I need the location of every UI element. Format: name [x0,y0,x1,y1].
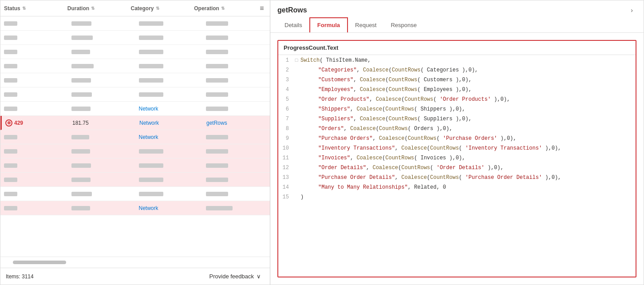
line-number: 1 [278,57,292,63]
cell-category [135,161,203,170]
cell-operation [202,90,270,99]
code-text: "Order Products", Coalesce(CountRows( 'O… [318,96,510,103]
col-header-duration[interactable]: Duration ⇅ [64,4,127,13]
code-line-7: 7 "Suppliers", Coalesce(CountRows( Suppl… [278,115,636,125]
line-number: 12 [278,165,292,171]
table-row[interactable] [0,16,270,31]
cell-category [135,33,203,42]
table-row[interactable] [0,59,270,73]
cell-duration [68,147,135,156]
tab-request[interactable]: Request [348,18,383,33]
cell-category: Network [135,133,203,142]
cell-duration [68,62,135,71]
cell-operation [202,33,270,42]
table-row[interactable] [0,45,270,59]
cell-category: Network [136,119,203,127]
line-number: 11 [278,155,292,161]
cell-status [0,104,68,113]
cell-operation [202,19,270,28]
code-line-8: 8 "Orders", Coalesce(CountRows( Orders )… [278,125,636,135]
code-text: "Categories", Coalesce(CountRows( Catego… [318,67,478,73]
code-text: "Orders", Coalesce(CountRows( Orders ),0… [318,126,452,132]
col-header-status[interactable]: Status ⇅ [0,4,64,13]
col-menu-icon[interactable]: ≡ [254,4,270,12]
cell-category [135,175,203,184]
line-number: 10 [278,145,292,151]
line-number: 13 [278,174,292,181]
tab-response[interactable]: Response [383,18,424,33]
collapse-icon[interactable]: □ [292,57,300,63]
cell-category [135,190,203,198]
col-header-category[interactable]: Category ⇅ [127,4,191,13]
h-scrollbar-thumb[interactable] [13,261,66,264]
table-row[interactable] [0,31,270,45]
cell-status [0,190,68,198]
cell-duration [68,76,135,85]
table-row[interactable] [0,173,270,187]
table-body: Network ⊗ 429 181.75 Network getRows Net… [0,16,270,257]
code-text: "Many to Many Relationships", Related, 0 [318,184,446,190]
code-text: "Suppliers", Coalesce(CountRows( Supplie… [318,116,472,122]
table-row[interactable] [0,87,270,102]
table-row[interactable] [0,73,270,87]
cell-operation [202,175,270,184]
cell-duration [68,161,135,170]
code-line-1: 1 □ Switch( ThisItem.Name, [278,57,636,67]
cell-duration [68,190,135,198]
code-text: "Purchase Orders", Coalesce(CountRows( '… [318,135,517,142]
line-number: 8 [278,126,292,132]
cell-status-error: ⊗ 429 [2,118,69,128]
cell-operation [202,62,270,71]
code-text: "Shippers", Coalesce(CountRows( Shippers… [318,106,465,112]
line-number: 4 [278,87,292,93]
tab-details[interactable]: Details [277,18,309,33]
cell-status [0,175,68,184]
cell-status [0,147,68,156]
code-line-14: 14 "Many to Many Relationships", Related… [278,184,636,194]
sort-icon-status: ⇅ [22,6,26,11]
sort-icon-duration: ⇅ [91,6,95,11]
cell-category: Network [135,104,203,113]
panel-title: getRows [277,6,307,14]
line-number: 15 [278,194,292,200]
table-footer: Items: 3114 Provide feedback ∨ [0,268,270,285]
table-row[interactable]: Network [0,130,270,144]
cell-status [0,133,68,142]
cell-status [0,48,68,56]
provide-feedback-button[interactable]: Provide feedback ∨ [206,271,265,281]
tab-formula[interactable]: Formula [309,17,348,32]
formula-body: 1 □ Switch( ThisItem.Name, 2 "Categories… [278,55,636,277]
cell-status [0,62,68,71]
code-line-5: 5 "Order Products", Coalesce(CountRows( … [278,96,636,106]
code-text: "Customers", Coalesce(CountRows( Custome… [318,77,472,83]
table-row[interactable]: Network [0,201,270,215]
code-line-13: 13 "Purchase Order Details", Coalesce(Co… [278,174,636,184]
table-row[interactable] [0,187,270,201]
cell-duration [68,204,135,213]
cell-operation [202,161,270,170]
code-line-12: 12 "Order Details", Coalesce(CountRows( … [278,164,636,174]
sort-icon-operation: ⇅ [221,6,225,11]
code-text: "Employees", Coalesce(CountRows( Employe… [318,87,472,93]
cell-status [0,33,68,42]
table-row[interactable] [0,144,270,158]
cell-category [135,76,203,85]
code-line-10: 10 "Inventory Transactions", Coalesce(Co… [278,145,636,154]
cell-operation [202,147,270,156]
h-scrollbar-track[interactable] [0,257,270,268]
code-line-3: 3 "Customers", Coalesce(CountRows( Custo… [278,76,636,86]
table-header: Status ⇅ Duration ⇅ Category ⇅ Operation… [0,0,270,16]
table-row[interactable]: Network [0,102,270,116]
table-row-selected[interactable]: ⊗ 429 181.75 Network getRows [0,116,270,130]
table-row[interactable] [0,158,270,173]
close-panel-button[interactable]: › [627,5,636,16]
line-number: 7 [278,116,292,122]
code-line-15: 15 ) [278,194,636,203]
cell-status [0,76,68,85]
cell-status [0,204,68,213]
cell-duration [68,48,135,56]
col-header-operation[interactable]: Operation ⇅ [190,4,254,13]
code-line-9: 9 "Purchase Orders", Coalesce(CountRows(… [278,135,636,145]
line-number: 2 [278,67,292,73]
cell-duration [68,104,135,113]
